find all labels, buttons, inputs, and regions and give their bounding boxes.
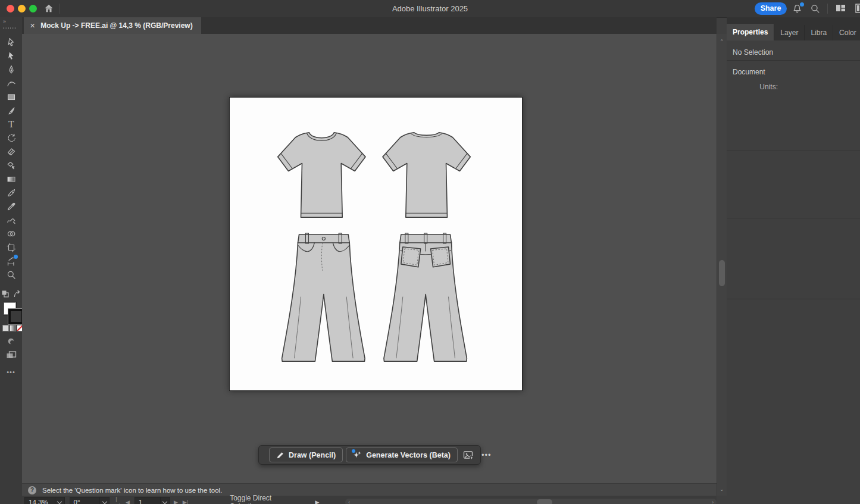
gradient-tool-icon [7, 174, 16, 184]
tab-libraries[interactable]: Libra [805, 25, 833, 40]
tab-layers[interactable]: Layer [774, 25, 805, 40]
horizontal-scrollbar[interactable]: ‹ › [345, 499, 717, 504]
rotate-tool-button[interactable] [4, 131, 19, 145]
clipping-mask-icon[interactable] [1, 290, 10, 300]
artboard-1[interactable] [229, 97, 523, 391]
horizontal-scroll-thumb[interactable] [537, 499, 552, 504]
svg-text:T: T [8, 120, 14, 129]
shaper-tool-icon [7, 229, 16, 239]
titlebar-divider-2 [827, 4, 828, 14]
curvature-tool-button[interactable] [4, 76, 19, 90]
pencil-icon [276, 451, 284, 459]
eyedropper-tool-icon [7, 202, 16, 211]
workspace-icon[interactable] [836, 4, 846, 15]
zoom-level-dropdown[interactable] [55, 497, 65, 504]
eraser-tool-button[interactable] [4, 145, 19, 158]
play-action-icon[interactable]: ▶ [315, 499, 319, 504]
type-tool-button[interactable]: T [4, 117, 19, 131]
artboard-number-field[interactable]: 1 [135, 497, 161, 504]
toolbar-grip[interactable] [3, 27, 17, 29]
document-section-title: Document [733, 68, 765, 76]
eyedropper-tool-button[interactable] [4, 199, 19, 213]
selection-tool-button[interactable] [4, 35, 19, 49]
artboard-number-dropdown[interactable] [161, 497, 170, 504]
document-tab-strip: ✕ Mock Up -> FREE.ai @ 14,3 % (RGB/Previ… [22, 17, 717, 34]
panel-tab-bar: Properties Layer Libra Color Color [727, 17, 860, 40]
screen-mode-icon[interactable] [6, 350, 17, 362]
rotation-dropdown[interactable] [100, 497, 110, 504]
drawing-modes-icon[interactable] [7, 337, 15, 348]
zoom-tool-button[interactable] [4, 268, 19, 281]
hint-text: Select the 'Question mark' icon to learn… [42, 487, 222, 494]
panel-icon[interactable] [855, 4, 860, 15]
document-tab-label: Mock Up -> FREE.ai @ 14,3 % (RGB/Preview… [40, 21, 192, 30]
pen-tool-icon [7, 65, 16, 74]
vertical-scrollbar[interactable]: ⌃ ⌄ [717, 34, 727, 496]
rotation-field[interactable]: 0° [70, 497, 101, 504]
smooth-tool-button[interactable] [4, 213, 19, 227]
previous-artboard-icon[interactable]: ◀ [126, 499, 130, 504]
next-artboard-icon[interactable]: ▶ [174, 499, 178, 504]
tool-panel: » T [0, 17, 23, 504]
tab-properties[interactable]: Properties [727, 24, 774, 40]
pants-front [282, 233, 365, 361]
question-mark-icon[interactable]: ? [28, 486, 36, 494]
scroll-right-icon[interactable]: › [712, 499, 714, 504]
smooth-tool-icon [7, 215, 16, 225]
pants-back [384, 233, 467, 361]
canvas-pasteboard[interactable]: Draw (Pencil) Generate Vectors (Beta) ••… [22, 34, 717, 483]
status-action-label: Toggle Direct Selection [230, 494, 298, 504]
curvature-tool-icon [7, 79, 16, 88]
direct-selection-tool-button[interactable] [4, 49, 19, 62]
contextual-task-bar: Draw (Pencil) Generate Vectors (Beta) ••… [258, 445, 481, 465]
artboard-tool-icon [7, 243, 16, 252]
first-artboard-icon[interactable]: |◀ [115, 496, 121, 504]
panel-divider [727, 218, 860, 218]
properties-panel: Properties Layer Libra Color Color No Se… [727, 17, 860, 504]
scroll-left-icon[interactable]: ‹ [348, 499, 350, 504]
toolbar-expand-icon[interactable]: » [3, 18, 7, 24]
document-tab[interactable]: ✕ Mock Up -> FREE.ai @ 14,3 % (RGB/Previ… [24, 17, 201, 34]
swap-fill-stroke-icon[interactable] [13, 290, 21, 300]
app-title: Adobe Illustrator 2025 [0, 4, 860, 13]
bell-icon[interactable] [792, 4, 802, 16]
gradient-button[interactable] [10, 325, 16, 331]
selection-tool-icon [7, 37, 16, 47]
rectangle-tool-button[interactable] [4, 90, 19, 104]
pen-tool-button[interactable] [4, 62, 19, 76]
zoom-level-field[interactable]: 14,3% [24, 497, 55, 504]
scroll-down-icon[interactable]: ⌄ [720, 486, 724, 492]
shape-builder-tool-button[interactable] [4, 158, 19, 172]
type-tool-icon: T [7, 120, 16, 129]
mockup-image-icon[interactable] [463, 450, 474, 460]
last-artboard-icon[interactable]: ▶| [183, 499, 188, 504]
generate-vectors-button[interactable]: Generate Vectors (Beta) [346, 447, 458, 462]
dimension-tool-button[interactable] [4, 254, 19, 268]
shape-builder-tool-icon [7, 161, 16, 170]
scroll-up-icon[interactable]: ⌃ [720, 39, 724, 45]
knife-tool-button[interactable] [4, 186, 19, 199]
color-button[interactable] [2, 325, 9, 331]
tshirt-front [278, 133, 365, 217]
panel-divider [727, 60, 860, 61]
direct-selection-tool-icon [7, 51, 16, 61]
tab-color[interactable]: Color [833, 25, 860, 40]
panel-divider [727, 151, 860, 151]
edit-toolbar-icon[interactable]: ••• [0, 368, 22, 375]
title-bar: Adobe Illustrator 2025 Share [0, 0, 860, 18]
panel-divider [727, 299, 860, 299]
eraser-tool-icon [7, 147, 16, 156]
vertical-scroll-thumb[interactable] [719, 260, 725, 286]
draw-pencil-button[interactable]: Draw (Pencil) [269, 447, 343, 462]
gradient-tool-button[interactable] [4, 172, 19, 186]
taskbar-more-icon[interactable]: ••• [481, 450, 492, 459]
close-tab-icon[interactable]: ✕ [30, 22, 35, 30]
units-label: Units: [759, 83, 778, 91]
paintbrush-tool-button[interactable] [4, 104, 19, 117]
search-icon[interactable] [810, 4, 820, 16]
share-button[interactable]: Share [755, 2, 787, 15]
shaper-tool-button[interactable] [4, 227, 19, 240]
selection-status: No Selection [733, 48, 773, 57]
artboard-tool-button[interactable] [4, 240, 19, 254]
paintbrush-tool-icon [7, 106, 16, 115]
